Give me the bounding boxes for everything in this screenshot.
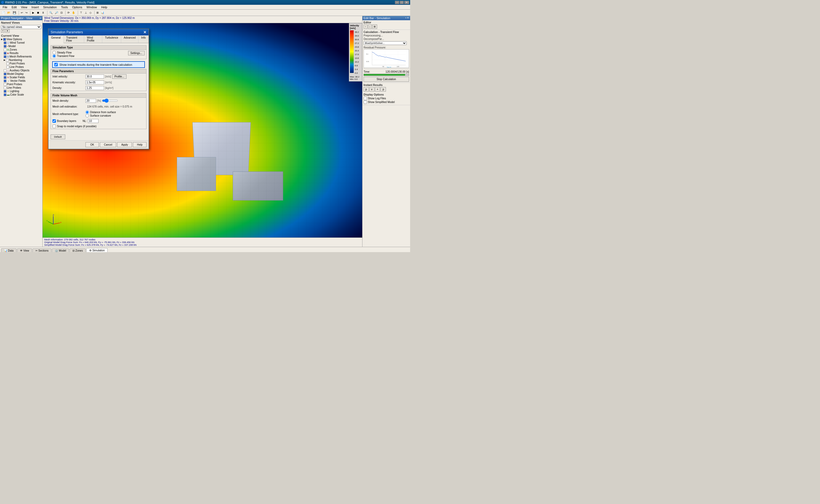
apply-button[interactable]: Apply [117, 142, 132, 147]
tb-pan[interactable]: ✋ [71, 10, 76, 15]
instant-plus-button[interactable]: + [375, 87, 380, 92]
tab-simulation[interactable]: ⚙ Simulation [86, 248, 108, 252]
boundary-layers-checkbox[interactable] [52, 119, 56, 123]
check-line-probes-1[interactable] [6, 66, 9, 68]
show-simplified-checkbox[interactable] [364, 100, 367, 104]
settings-button[interactable]: Settings... [128, 51, 145, 55]
distance-radio[interactable] [85, 110, 89, 114]
tree-vector-fields[interactable]: → Vector Fields [1, 79, 42, 83]
tree-model-display[interactable]: Model Display [1, 72, 42, 76]
tb-open[interactable]: 📂 [6, 10, 11, 15]
tree-auxiliary-objects[interactable]: △ Auxiliary Objects [1, 69, 42, 72]
tb-stop[interactable]: ⏹ [36, 10, 40, 15]
dialog-tab-advanced[interactable]: Advanced [121, 35, 138, 43]
check-wind-tunnel[interactable] [4, 42, 6, 44]
menu-help[interactable]: Help [99, 5, 109, 9]
density-input[interactable] [85, 86, 104, 90]
tree-lighting[interactable]: ☀ Lighting [1, 89, 42, 93]
check-auxiliary[interactable] [4, 69, 6, 72]
tb-zoom-in[interactable]: 🔍 [48, 10, 54, 15]
editor-btn-2[interactable]: ↓ [368, 24, 372, 29]
tb-mesh[interactable]: ⊞ [95, 10, 100, 15]
tb-pause[interactable]: ⏸ [41, 10, 46, 15]
menu-tools[interactable]: Tools [59, 5, 70, 9]
menu-options[interactable]: Options [70, 5, 84, 9]
tree-model[interactable]: ▪ Model [1, 44, 42, 48]
nl-input[interactable] [88, 119, 99, 123]
named-views-selector[interactable]: No named views + ✕ [1, 24, 42, 33]
kinematic-viscosity-input[interactable] [85, 80, 104, 84]
check-model-display[interactable] [4, 73, 6, 75]
tree-color-scale[interactable]: ▬ Color Scale [1, 93, 42, 96]
tb-undo[interactable]: ↩ [20, 10, 24, 15]
tb-view-front[interactable]: ⊥ [84, 10, 88, 15]
transient-flow-radio[interactable] [52, 54, 56, 58]
check-point-probes-2[interactable] [4, 83, 6, 86]
tb-zoom-out[interactable]: 🔎 [54, 10, 59, 15]
tree-wind-tunnel[interactable]: ⬡ Wind Tunnel [1, 41, 42, 44]
tab-zones[interactable]: ⊟ Zones [70, 248, 86, 252]
tb-view-top[interactable]: ⊤ [79, 10, 83, 15]
check-view-options[interactable] [3, 38, 6, 41]
minimize-button[interactable]: − [395, 1, 399, 4]
tab-data[interactable]: 📊 Data [1, 248, 17, 252]
editor-btn-1[interactable]: ↑ [364, 24, 368, 29]
snap-checkbox[interactable] [52, 125, 56, 128]
inlet-velocity-input[interactable] [85, 75, 104, 79]
check-scalar[interactable] [4, 76, 6, 79]
default-button[interactable]: Default [51, 134, 65, 139]
instant-p-button[interactable]: p [364, 87, 369, 92]
named-views-dropdown[interactable]: No named views [1, 25, 41, 29]
tb-new[interactable]: 📄 [1, 10, 6, 15]
cancel-button[interactable]: Cancel [100, 142, 116, 147]
maximize-button[interactable]: □ [400, 1, 404, 4]
close-button[interactable]: ✕ [404, 1, 409, 4]
tree-line-probes-1[interactable]: Line Probes [1, 65, 42, 69]
check-vector[interactable] [4, 80, 6, 82]
help-button[interactable]: Help [133, 142, 146, 147]
menu-simulation[interactable]: Simulation [41, 5, 59, 9]
menu-file[interactable]: File [1, 5, 10, 9]
save-view-btn[interactable]: + [1, 29, 5, 33]
tb-results[interactable]: 📊 [100, 10, 105, 15]
tb-run[interactable]: ▶ [31, 10, 35, 15]
dialog-tab-general[interactable]: General [48, 35, 64, 43]
tab-sections[interactable]: ✂ Sections [32, 248, 51, 252]
tab-view[interactable]: 👁 View [17, 248, 32, 252]
show-log-checkbox[interactable] [364, 97, 367, 100]
tree-numbering[interactable]: ▶ Numbering [1, 58, 42, 62]
steady-flow-radio[interactable] [52, 51, 56, 54]
tb-rotate[interactable]: ⟳ [66, 10, 71, 15]
dialog-tab-wind-profile[interactable]: Wind Profile [84, 35, 102, 43]
tb-save[interactable]: 💾 [12, 10, 17, 15]
editor-btn-3[interactable]: ⊞ [372, 24, 377, 29]
tab-model[interactable]: 🏢 Model [52, 248, 69, 252]
instant-v-button[interactable]: v [369, 87, 374, 92]
tb-redo[interactable]: ↪ [24, 10, 28, 15]
solver-dropdown[interactable]: BlueDynMSolver... [364, 41, 407, 45]
dialog-close-button[interactable]: ✕ [143, 30, 146, 34]
instant-p2-button[interactable]: p [381, 87, 386, 92]
tree-line-probes-2[interactable]: Line Probes [1, 86, 42, 89]
ok-button[interactable]: OK [85, 142, 99, 147]
check-line-probes-2[interactable] [4, 87, 6, 89]
profile-button[interactable]: Profile... [112, 74, 127, 79]
surface-radio[interactable] [85, 114, 89, 117]
tree-point-probes-2[interactable]: Point Probes [1, 83, 42, 86]
tb-fit[interactable]: ⊡ [59, 10, 64, 15]
check-numbering[interactable] [6, 59, 9, 62]
dialog-tab-turbulence[interactable]: Turbulence [102, 35, 121, 43]
check-mesh[interactable] [4, 55, 6, 58]
check-model[interactable] [4, 45, 6, 48]
menu-edit[interactable]: Edit [10, 5, 19, 9]
tree-view-options[interactable]: ▶ View Options [1, 38, 42, 41]
check-color-scale[interactable] [4, 93, 6, 96]
check-results[interactable] [4, 52, 6, 55]
check-lighting[interactable] [4, 90, 6, 93]
tree-mesh-refinements[interactable]: ⊟ Mesh Refinements [1, 55, 42, 58]
menu-view[interactable]: View [19, 5, 30, 9]
dialog-tab-info[interactable]: Info [138, 35, 149, 43]
mesh-density-input[interactable] [85, 99, 96, 103]
tree-zones[interactable]: ⊞ Zones [1, 48, 42, 51]
check-zones[interactable] [4, 48, 6, 51]
